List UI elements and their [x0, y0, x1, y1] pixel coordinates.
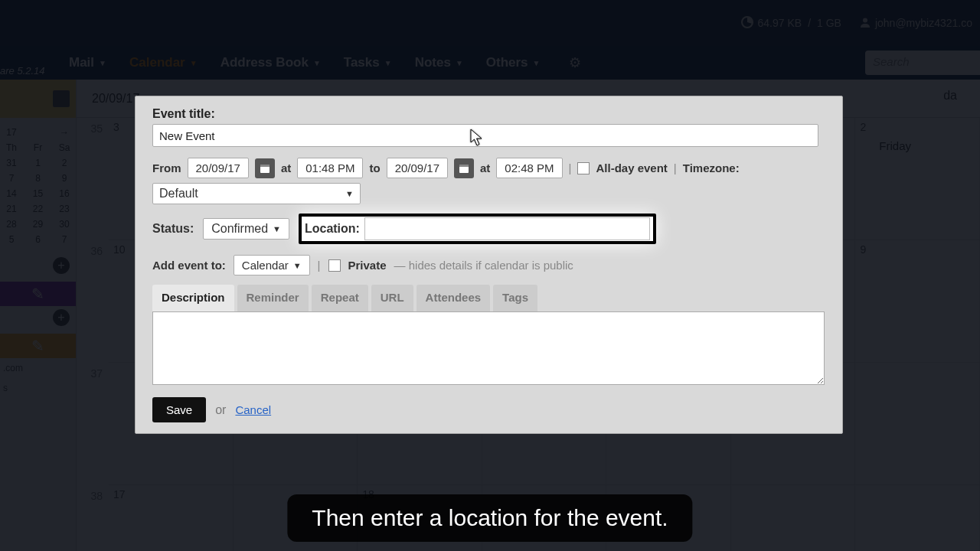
dropdown-icon: ▼ [345, 189, 354, 198]
from-date-input[interactable]: 20/09/17 [188, 158, 249, 178]
separator: | [318, 259, 321, 272]
save-button[interactable]: Save [152, 397, 206, 422]
timezone-label: Timezone: [683, 161, 740, 174]
status-select[interactable]: Confirmed ▼ [203, 218, 289, 240]
timezone-value: Default [159, 187, 198, 201]
status-label: Status: [152, 222, 194, 236]
separator: | [674, 161, 677, 174]
from-label: From [152, 161, 181, 174]
separator: | [569, 161, 572, 174]
cancel-link[interactable]: Cancel [235, 403, 271, 416]
location-label: Location: [302, 222, 363, 236]
location-input[interactable] [364, 217, 650, 240]
addto-select[interactable]: Calendar ▼ [234, 255, 310, 276]
addto-label: Add event to: [152, 259, 226, 272]
tab-tags[interactable]: Tags [493, 285, 537, 311]
tab-description[interactable]: Description [152, 285, 234, 311]
timezone-select[interactable]: Default ▼ [152, 183, 361, 204]
to-label: to [369, 161, 380, 174]
to-time-input[interactable]: 02:48 PM [496, 158, 562, 178]
status-row: Status: Confirmed ▼ Location: [152, 214, 831, 244]
private-hint: — hides details if calendar is public [394, 259, 573, 272]
at-label: at [480, 161, 490, 174]
time-row: From 20/09/17 at 01:48 PM to 20/09/17 at… [152, 158, 831, 178]
tab-repeat[interactable]: Repeat [312, 285, 368, 311]
svg-rect-3 [260, 165, 270, 167]
svg-rect-5 [459, 165, 469, 167]
button-row: Save or Cancel [152, 397, 831, 422]
private-checkbox[interactable] [328, 259, 341, 272]
at-label: at [281, 161, 291, 174]
tutorial-caption: Then enter a location for the event. [287, 494, 692, 542]
tab-attendees[interactable]: Attendees [416, 285, 491, 311]
tab-reminder[interactable]: Reminder [237, 285, 309, 311]
tab-url[interactable]: URL [371, 285, 413, 311]
addto-value: Calendar [242, 259, 289, 272]
allday-checkbox[interactable] [577, 162, 590, 174]
or-text: or [215, 403, 226, 417]
to-date-input[interactable]: 20/09/17 [387, 158, 448, 178]
from-time-input[interactable]: 01:48 PM [297, 158, 363, 178]
description-textarea[interactable] [152, 311, 825, 385]
private-label: Private [348, 259, 387, 272]
tabs: Description Reminder Repeat URL Attendee… [152, 285, 831, 311]
calendar-picker-icon[interactable] [454, 158, 474, 178]
allday-label: All-day event [596, 161, 667, 174]
dropdown-icon: ▼ [273, 224, 281, 233]
event-dialog: Event title: New Event From 20/09/17 at … [135, 96, 843, 434]
calendar-picker-icon[interactable] [255, 158, 275, 178]
status-value: Confirmed [211, 222, 268, 236]
addto-row: Add event to: Calendar ▼ | Private — hid… [152, 255, 831, 276]
location-field-highlight: Location: [299, 214, 656, 244]
event-title-input[interactable]: New Event [152, 124, 818, 147]
dropdown-icon: ▼ [293, 261, 302, 270]
event-title-label: Event title: [152, 107, 215, 120]
